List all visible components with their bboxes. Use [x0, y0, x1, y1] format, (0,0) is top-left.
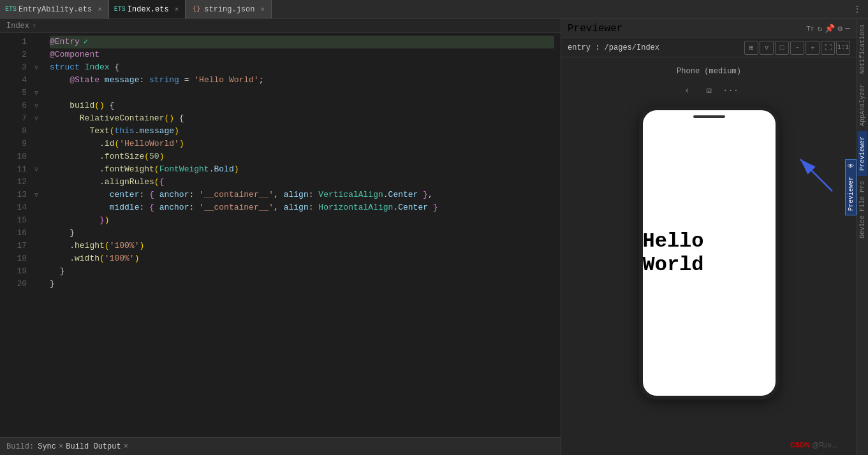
- fold-icon-3[interactable]: ▽: [32, 61, 41, 74]
- back-btn[interactable]: ‹: [679, 82, 696, 99]
- watermark: CSDN @Rze...: [790, 441, 837, 449]
- phone-controls: ‹ ⊡ ···: [679, 82, 739, 99]
- bottom-bar: Build: Sync × Build Output ×: [0, 437, 561, 455]
- editor-gutter: ▽ ▽ ▽ ▽ ▽ ▽: [32, 33, 43, 437]
- tab-entry-ability-close[interactable]: ×: [98, 6, 102, 13]
- fold-icon-15[interactable]: ▽: [32, 189, 41, 201]
- refresh-icon[interactable]: ↻: [818, 24, 823, 34]
- code-line-10: .fontSize(50): [50, 150, 554, 163]
- previewer-toolbar: Tr ↻ 📌 ⚙ —: [806, 24, 850, 34]
- build-output-tab[interactable]: Build Output: [66, 442, 121, 451]
- code-line-5: [50, 87, 554, 99]
- ets-icon-2: ETS: [115, 5, 124, 14]
- code-line-4: @State message: string = 'Hello World';: [50, 74, 554, 87]
- zoom-out-btn[interactable]: －: [790, 41, 804, 55]
- tab-string-json[interactable]: {} string.json ×: [186, 0, 272, 18]
- path-actions: ⊞ ▽ □ － ＋ ⛶ 1:1: [744, 41, 850, 55]
- previewer-header: Previewer Tr ↻ 📌 ⚙ —: [561, 19, 857, 38]
- code-line-18: .width('100%'): [50, 252, 554, 265]
- breadcrumb: Index ›: [0, 19, 561, 33]
- zoom-in-btn[interactable]: ＋: [805, 41, 820, 55]
- breadcrumb-chevron: ›: [32, 22, 36, 31]
- grid-view-btn[interactable]: ⊞: [744, 41, 758, 55]
- editor-panel: Index › 12345 678910 1112131415 16171819…: [0, 19, 561, 455]
- tab-entry-ability-label: EntryAbility.ets: [18, 5, 92, 14]
- fold-icon-7[interactable]: ▽: [32, 99, 41, 112]
- phone-label: Phone (medium): [677, 67, 741, 76]
- fullscreen-btn[interactable]: ⛶: [821, 41, 835, 55]
- code-line-14: middle: { anchor: '__container__', align…: [50, 201, 554, 214]
- json-icon: {}: [192, 5, 201, 14]
- code-line-2: @Component: [50, 48, 554, 61]
- tab-entry-ability[interactable]: ETS EntryAbility.ets ×: [0, 0, 109, 18]
- code-line-9: .id('HelloWorld'): [50, 138, 554, 150]
- tab-string-json-label: string.json: [204, 5, 254, 14]
- code-line-13: center: { anchor: '__container__', align…: [50, 189, 554, 201]
- path-text: entry : /pages/Index: [568, 43, 659, 52]
- more-btn[interactable]: ···: [723, 82, 739, 99]
- code-content[interactable]: @Entry ✓ @Component struct Index { @Stat…: [43, 33, 561, 437]
- code-line-8: Text(this.message): [50, 125, 554, 138]
- build-label: Build:: [6, 442, 34, 451]
- path-bar: entry : /pages/Index ⊞ ▽ □ － ＋ ⛶ 1:1: [561, 38, 857, 57]
- split-btn[interactable]: ⊡: [701, 82, 717, 99]
- code-line-16: }: [50, 227, 554, 240]
- sidebar-tab-notifications[interactable]: Notifications: [858, 19, 867, 79]
- code-line-20: }: [50, 278, 554, 291]
- breadcrumb-item: Index: [6, 22, 29, 31]
- previewer-side-tab-label: Previewer: [846, 173, 856, 215]
- phone-preview-area: Phone (medium) ‹ ⊡ ··· Hello World: [561, 57, 857, 455]
- line-numbers: 12345 678910 1112131415 1617181920: [0, 33, 32, 437]
- resize-btn[interactable]: □: [775, 41, 789, 55]
- code-line-15: }): [50, 214, 554, 227]
- phone-mockup: Hello World: [639, 106, 779, 400]
- code-line-12: .alignRules({: [50, 176, 554, 189]
- code-line-11: .fontWeight(FontWeight.Bold): [50, 163, 554, 176]
- sidebar-tab-devicefilepro[interactable]: Device File Pro: [858, 176, 867, 243]
- dropdown-btn[interactable]: ▽: [760, 41, 774, 55]
- tab-index-label: Index.ets: [128, 5, 169, 14]
- check-mark: ✓: [84, 36, 88, 48]
- code-line-19: }: [50, 265, 554, 278]
- more-options-btn[interactable]: ⋮: [853, 4, 862, 15]
- code-line-6: build() {: [50, 99, 554, 112]
- previewer-panel: Previewer Tr ↻ 📌 ⚙ — entry : /pages/Inde…: [561, 19, 857, 455]
- code-editor[interactable]: 12345 678910 1112131415 1617181920 ▽ ▽ ▽…: [0, 33, 561, 437]
- fold-icon-12[interactable]: ▽: [32, 163, 41, 176]
- tab-string-json-close[interactable]: ×: [260, 6, 265, 13]
- ets-icon-1: ETS: [6, 5, 15, 14]
- fold-icon-8[interactable]: ▽: [32, 112, 41, 125]
- ratio-btn[interactable]: 1:1: [836, 41, 850, 55]
- main-area: Index › 12345 678910 1112131415 16171819…: [0, 19, 868, 455]
- pin-icon[interactable]: 📌: [825, 24, 835, 34]
- eye-icon: 👁: [846, 160, 855, 173]
- code-line-7: RelativeContainer() {: [50, 112, 554, 125]
- hello-world-text: Hello World: [643, 229, 776, 277]
- previewer-side-tab[interactable]: 👁 Previewer: [845, 159, 857, 215]
- code-line-17: .height('100%'): [50, 240, 554, 252]
- tab-index-close[interactable]: ×: [175, 6, 179, 13]
- settings-icon[interactable]: ⚙: [837, 24, 842, 34]
- code-line-1: @Entry ✓: [50, 36, 554, 48]
- code-line-3: struct Index {: [50, 61, 554, 74]
- previewer-title: Previewer: [568, 23, 622, 34]
- fold-icon-6[interactable]: ▽: [32, 87, 41, 99]
- tab-index[interactable]: ETS Index.ets ×: [109, 0, 186, 18]
- font-t-icon: Tr: [806, 25, 814, 32]
- sidebar-tab-previewer[interactable]: Previewer: [858, 131, 867, 176]
- minimize-icon[interactable]: —: [845, 24, 850, 33]
- sync-tab[interactable]: Sync: [38, 442, 56, 451]
- right-sidebar: Notifications AppAnalyzer Previewer Devi…: [857, 19, 868, 455]
- tab-bar: ETS EntryAbility.ets × ETS Index.ets × {…: [0, 0, 868, 19]
- sidebar-tab-appanalyzer[interactable]: AppAnalyzer: [858, 79, 867, 131]
